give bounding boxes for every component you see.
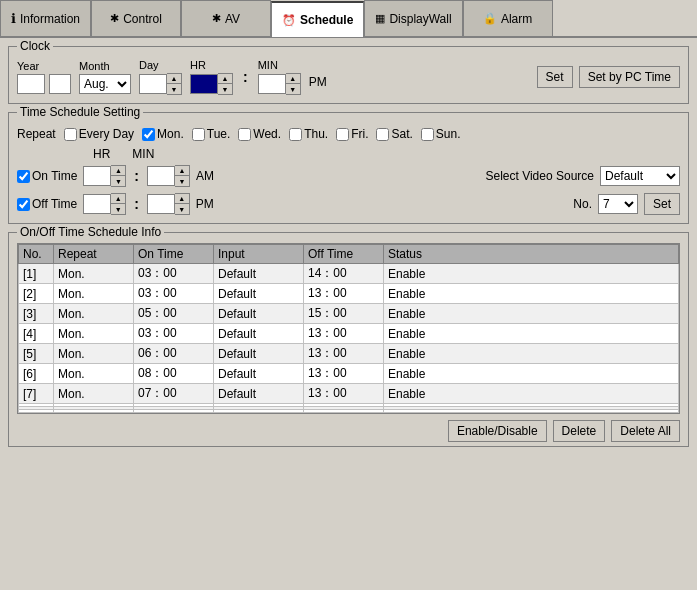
cell-on_time-9 <box>134 410 214 413</box>
off-time-checkbox-label[interactable]: Off Time <box>17 197 77 211</box>
time-schedule-set-btn[interactable]: Set <box>644 193 680 215</box>
year-suffix-input[interactable]: 13 <box>49 74 71 94</box>
tab-schedule[interactable]: ⏰ Schedule <box>271 1 364 37</box>
thu-checkbox[interactable] <box>289 128 302 141</box>
thu-checkbox-label[interactable]: Thu. <box>289 127 328 141</box>
sun-checkbox-label[interactable]: Sun. <box>421 127 461 141</box>
cell-status-4: Enable <box>384 344 679 364</box>
wed-checkbox-label[interactable]: Wed. <box>238 127 281 141</box>
sat-checkbox-label[interactable]: Sat. <box>376 127 412 141</box>
mon-label: Mon. <box>157 127 184 141</box>
on-hr-spinner: 7 ▲ ▼ <box>83 165 126 187</box>
col-on-time: On Time <box>134 245 214 264</box>
cell-off_time-4: 13：00 <box>304 344 384 364</box>
mon-checkbox[interactable] <box>142 128 155 141</box>
on-time-checkbox-label[interactable]: On Time <box>17 169 77 183</box>
everyday-checkbox[interactable] <box>64 128 77 141</box>
time-schedule-title: Time Schedule Setting <box>17 105 143 119</box>
year-prefix-input[interactable]: 20 <box>17 74 45 94</box>
tue-checkbox[interactable] <box>192 128 205 141</box>
cell-input-6: Default <box>214 384 304 404</box>
tab-displaywall-label: DisplayWall <box>389 12 451 26</box>
video-source-select[interactable]: Default <box>600 166 680 186</box>
sat-label: Sat. <box>391 127 412 141</box>
clock-set-btn[interactable]: Set <box>537 66 573 88</box>
sun-checkbox[interactable] <box>421 128 434 141</box>
off-min-up-btn[interactable]: ▲ <box>175 194 189 204</box>
day-input[interactable]: 2 <box>139 74 167 94</box>
table-row[interactable] <box>19 410 679 413</box>
table-row[interactable]: [6]Mon.08：00Default13：00Enable <box>19 364 679 384</box>
cell-off_time-0: 14：00 <box>304 264 384 284</box>
tab-information[interactable]: ℹ Information <box>0 0 91 36</box>
cell-repeat-6: Mon. <box>54 384 134 404</box>
tab-displaywall[interactable]: ▦ DisplayWall <box>364 0 462 36</box>
fri-checkbox[interactable] <box>336 128 349 141</box>
off-hr-input[interactable]: 13 <box>83 194 111 214</box>
hr-up-btn[interactable]: ▲ <box>218 74 232 84</box>
wed-checkbox[interactable] <box>238 128 251 141</box>
cell-no-0: [1] <box>19 264 54 284</box>
day-down-btn[interactable]: ▼ <box>167 84 181 94</box>
fri-checkbox-label[interactable]: Fri. <box>336 127 368 141</box>
tab-alarm-label: Alarm <box>501 12 532 26</box>
min-up-btn[interactable]: ▲ <box>286 74 300 84</box>
tab-control[interactable]: ✱ Control <box>91 0 181 36</box>
cell-off_time-9 <box>304 410 384 413</box>
on-min-up-btn[interactable]: ▲ <box>175 166 189 176</box>
everyday-checkbox-label[interactable]: Every Day <box>64 127 134 141</box>
table-row[interactable]: [3]Mon.05：00Default15：00Enable <box>19 304 679 324</box>
cell-repeat-3: Mon. <box>54 324 134 344</box>
off-min-down-btn[interactable]: ▼ <box>175 204 189 214</box>
min-group: MIN 10 ▲ ▼ <box>258 59 301 95</box>
min-input[interactable]: 10 <box>258 74 286 94</box>
sat-checkbox[interactable] <box>376 128 389 141</box>
off-hr-up-btn[interactable]: ▲ <box>111 194 125 204</box>
av-icon: ✱ <box>212 12 221 25</box>
off-min-input[interactable]: 0 <box>147 194 175 214</box>
table-row[interactable]: [7]Mon.07：00Default13：00Enable <box>19 384 679 404</box>
tue-checkbox-label[interactable]: Tue. <box>192 127 231 141</box>
table-row[interactable]: [5]Mon.06：00Default13：00Enable <box>19 344 679 364</box>
clock-set-pc-btn[interactable]: Set by PC Time <box>579 66 680 88</box>
cell-on_time-4: 06：00 <box>134 344 214 364</box>
cell-on_time-1: 03：00 <box>134 284 214 304</box>
on-hr-input[interactable]: 7 <box>83 166 111 186</box>
cell-no-2: [3] <box>19 304 54 324</box>
day-label: Day <box>139 59 182 71</box>
col-status: Status <box>384 245 679 264</box>
on-min-input[interactable]: 0 <box>147 166 175 186</box>
tab-bar: ℹ Information ✱ Control ✱ AV ⏰ Schedule … <box>0 0 697 38</box>
hr-input[interactable]: 15 <box>190 74 218 94</box>
hr-down-btn[interactable]: ▼ <box>218 84 232 94</box>
tab-alarm[interactable]: 🔒 Alarm <box>463 0 553 36</box>
month-select[interactable]: Aug. <box>79 74 131 94</box>
col-off-time: Off Time <box>304 245 384 264</box>
delete-btn[interactable]: Delete <box>553 420 606 442</box>
delete-all-btn[interactable]: Delete All <box>611 420 680 442</box>
tab-av[interactable]: ✱ AV <box>181 0 271 36</box>
mon-checkbox-label[interactable]: Mon. <box>142 127 184 141</box>
cell-input-0: Default <box>214 264 304 284</box>
table-row[interactable]: [2]Mon.03：00Default13：00Enable <box>19 284 679 304</box>
table-row[interactable]: [1]Mon.03：00Default14：00Enable <box>19 264 679 284</box>
off-time-checkbox[interactable] <box>17 198 30 211</box>
cell-no-1: [2] <box>19 284 54 304</box>
off-hr-down-btn[interactable]: ▼ <box>111 204 125 214</box>
cell-off_time-1: 13：00 <box>304 284 384 304</box>
clock-title: Clock <box>17 39 53 53</box>
tab-av-label: AV <box>225 12 240 26</box>
cell-repeat-9 <box>54 410 134 413</box>
table-row[interactable]: [4]Mon.03：00Default13：00Enable <box>19 324 679 344</box>
no-select[interactable]: 7 <box>598 194 638 214</box>
on-min-down-btn[interactable]: ▼ <box>175 176 189 186</box>
cell-off_time-5: 13：00 <box>304 364 384 384</box>
on-time-checkbox[interactable] <box>17 170 30 183</box>
enable-disable-btn[interactable]: Enable/Disable <box>448 420 547 442</box>
min-down-btn[interactable]: ▼ <box>286 84 300 94</box>
day-up-btn[interactable]: ▲ <box>167 74 181 84</box>
on-hr-down-btn[interactable]: ▼ <box>111 176 125 186</box>
on-hr-up-btn[interactable]: ▲ <box>111 166 125 176</box>
year-group: Year 20 13 <box>17 60 71 94</box>
schedule-icon: ⏰ <box>282 14 296 27</box>
